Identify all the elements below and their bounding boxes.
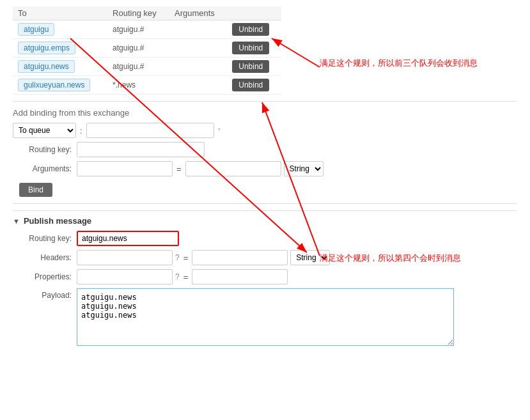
routing-key-cell: atguigu.# [107, 39, 169, 58]
pub-properties-val-input[interactable] [192, 269, 288, 284]
routing-key-cell: atguigu.# [107, 20, 169, 39]
queue-label[interactable]: gulixueyuan.news [18, 79, 90, 91]
arguments-val-input[interactable] [185, 161, 281, 176]
queue-label[interactable]: atguigu.news [18, 60, 75, 73]
table-row: atguigu.newsatguigu.#Unbind [13, 58, 281, 76]
bindings-table: To Routing key Arguments atguiguatguigu.… [13, 6, 281, 95]
headers-question: ? [175, 253, 180, 262]
pub-properties-row: Properties: ? = [13, 269, 517, 284]
arguments-cell [169, 58, 227, 76]
unbind-button[interactable]: Unbind [232, 42, 269, 54]
arguments-type-select[interactable]: String [284, 161, 323, 176]
table-outer: To Routing key Arguments atguiguatguigu.… [6, 6, 524, 95]
equals-3: = [183, 272, 189, 282]
unbind-button[interactable]: Unbind [232, 60, 269, 73]
col-to: To [13, 6, 107, 20]
pub-routing-key-label: Routing key: [13, 234, 77, 243]
pub-headers-val-input[interactable] [192, 250, 288, 265]
equals-2: = [183, 253, 189, 263]
arguments-key-input[interactable] [77, 161, 173, 176]
table-row: atguigu.empsatguigu.#Unbind [13, 39, 281, 58]
annotation-first: 满足这个规则，所以前三个队列会收到消息 [320, 58, 478, 69]
colon-sep: : [80, 126, 82, 136]
annotation-second: 满足这个规则，所以第四个会时到消息 [320, 253, 461, 264]
triangle-icon: ▼ [13, 217, 20, 225]
divider2 [13, 203, 517, 204]
publish-section: ▼ Publish message Routing key: Headers: … [13, 210, 517, 346]
main-wrapper: To Routing key Arguments atguiguatguigu.… [6, 6, 524, 346]
pub-properties-label: Properties: [13, 272, 77, 281]
routing-key-cell: atguigu.# [107, 58, 169, 76]
unbind-button[interactable]: Unbind [232, 23, 269, 36]
arguments-row: Arguments: = String [13, 161, 517, 176]
pub-payload-row: Payload: [13, 288, 517, 346]
queue-label[interactable]: atguigu.emps [18, 42, 75, 54]
bindings-section: To Routing key Arguments atguiguatguigu.… [6, 6, 524, 95]
bind-button[interactable]: Bind [19, 183, 52, 197]
col-arguments: Arguments [169, 6, 227, 20]
col-routing-key: Routing key [107, 6, 169, 20]
to-queue-select[interactable]: To queue To exchange [13, 123, 76, 138]
pub-routing-key-input[interactable] [77, 231, 179, 246]
add-binding-section: Add binding from this exchange To queue … [13, 108, 517, 197]
add-binding-title: Add binding from this exchange [13, 108, 517, 118]
unbind-button[interactable]: Unbind [232, 79, 269, 91]
queue-label[interactable]: atguigu [18, 23, 54, 36]
pub-routing-key-row: Routing key: [13, 231, 517, 246]
divider [13, 101, 517, 102]
routing-key-input[interactable] [77, 142, 205, 157]
to-queue-row: To queue To exchange : * [13, 123, 517, 138]
arguments-cell [169, 20, 227, 39]
pub-headers-key-input[interactable] [77, 250, 173, 265]
pub-headers-label: Headers: [13, 253, 77, 262]
publish-title: Publish message [24, 216, 91, 226]
arguments-label: Arguments: [13, 164, 77, 173]
routing-key-label: Routing key: [13, 145, 77, 154]
equals-1: = [176, 164, 182, 174]
routing-key-cell: *.news [107, 76, 169, 95]
arguments-cell [169, 76, 227, 95]
pub-payload-label: Payload: [13, 288, 77, 300]
table-row: atguiguatguigu.#Unbind [13, 20, 281, 39]
to-queue-input[interactable] [86, 123, 214, 138]
pub-properties-key-input[interactable] [77, 269, 173, 284]
table-row: gulixueyuan.news*.newsUnbind [13, 76, 281, 95]
properties-question: ? [175, 272, 180, 281]
routing-key-row: Routing key: [13, 142, 517, 157]
bind-btn-row: Bind [13, 180, 517, 197]
publish-header[interactable]: ▼ Publish message [13, 216, 517, 226]
asterisk: * [218, 127, 221, 134]
arguments-cell [169, 39, 227, 58]
pub-payload-textarea[interactable] [77, 288, 454, 346]
